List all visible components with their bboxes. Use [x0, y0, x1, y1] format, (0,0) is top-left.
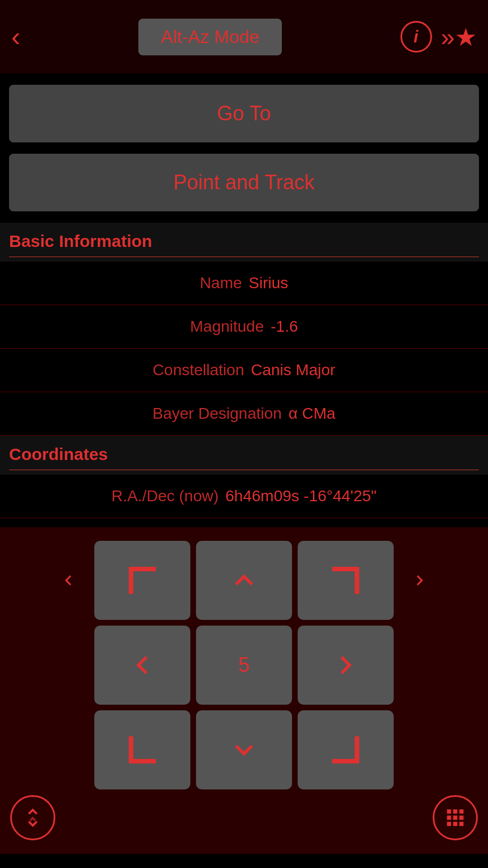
- next-page-button[interactable]: [399, 560, 440, 601]
- nav-spacer-left: [48, 645, 89, 685]
- goto-button[interactable]: Go To: [9, 85, 479, 142]
- magnitude-value: -1.6: [271, 318, 298, 336]
- layers-button[interactable]: [10, 795, 55, 840]
- constellation-value: Canis Major: [251, 361, 335, 379]
- app-header: ‹ Alt-Az Mode i »★: [0, 0, 488, 73]
- nav-spacer-left2: [48, 730, 89, 770]
- basic-info-section-header: Basic Information: [0, 223, 488, 262]
- up-button[interactable]: [196, 541, 292, 620]
- speed-value: 5: [238, 653, 250, 677]
- name-label: Name: [200, 274, 242, 292]
- ra-dec-label: R.A./Dec (now): [111, 487, 219, 505]
- right-button[interactable]: [298, 626, 394, 705]
- bayer-label: Bayer Designation: [152, 405, 282, 423]
- name-value: Sirius: [249, 274, 288, 292]
- bayer-value: α CMa: [289, 405, 336, 423]
- point-track-button[interactable]: Point and Track: [9, 154, 479, 211]
- nav-row-top: [7, 541, 481, 620]
- basic-info-title: Basic Information: [9, 232, 479, 257]
- bottom-controls: [7, 795, 481, 840]
- nav-spacer-right: [399, 645, 440, 685]
- ra-dec-value: 6h46m09s -16°44'25": [225, 487, 377, 505]
- ra-dec-row: R.A./Dec (now) 6h46m09s -16°44'25": [0, 475, 488, 518]
- coordinates-section-header: Coordinates: [0, 436, 488, 475]
- name-row: Name Sirius: [0, 262, 488, 305]
- coordinates-title: Coordinates: [9, 445, 479, 470]
- prev-page-button[interactable]: [48, 560, 89, 601]
- top-left-corner-button[interactable]: [94, 541, 190, 620]
- center-button[interactable]: 5: [196, 626, 292, 705]
- left-button[interactable]: [94, 626, 190, 705]
- magnitude-label: Magnitude: [190, 318, 264, 336]
- bayer-row: Bayer Designation α CMa: [0, 392, 488, 436]
- mode-button[interactable]: Alt-Az Mode: [138, 19, 282, 55]
- header-right-controls: i »★: [400, 21, 477, 53]
- grid-button[interactable]: [433, 795, 478, 840]
- nav-row-bottom: [7, 710, 481, 789]
- info-icon-button[interactable]: i: [400, 21, 432, 53]
- top-right-corner-button[interactable]: [298, 541, 394, 620]
- down-button[interactable]: [196, 710, 292, 789]
- main-content: Go To Point and Track Basic Information …: [0, 85, 488, 518]
- bottom-right-corner-button[interactable]: [298, 710, 394, 789]
- constellation-label: Constellation: [152, 361, 244, 379]
- nav-spacer-right2: [399, 730, 440, 770]
- nav-row-middle: 5: [7, 626, 481, 705]
- back-button[interactable]: ‹: [11, 23, 20, 50]
- bottom-navigation: 5: [0, 527, 488, 854]
- constellation-row: Constellation Canis Major: [0, 349, 488, 392]
- favorite-icon[interactable]: »★: [441, 23, 477, 51]
- magnitude-row: Magnitude -1.6: [0, 305, 488, 349]
- bottom-left-corner-button[interactable]: [94, 710, 190, 789]
